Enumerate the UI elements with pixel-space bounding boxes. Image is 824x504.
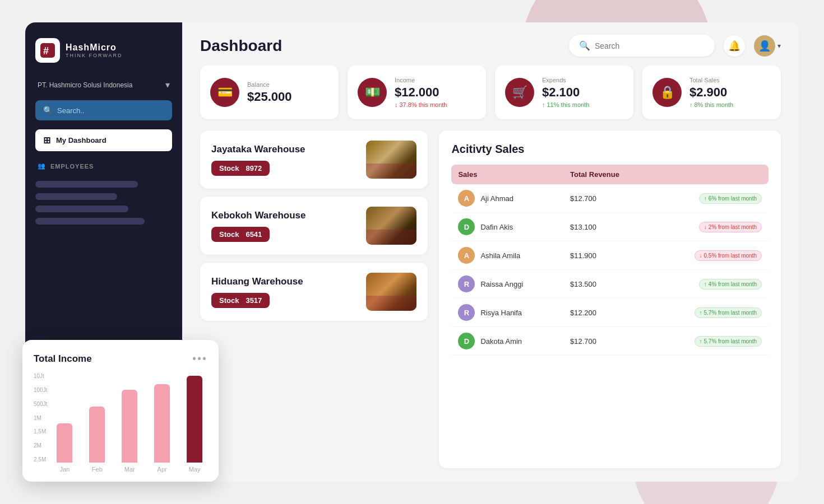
skeleton-bar-4 bbox=[35, 218, 145, 225]
balance-icon: 💳 bbox=[210, 78, 239, 107]
warehouse-card-hiduang: Hiduang Warehouse Stock 3517 bbox=[200, 263, 428, 321]
person-name: Ashila Amila bbox=[480, 251, 520, 260]
change-cell: ↑ 5.7% from last month bbox=[653, 298, 769, 327]
change-cell: ↓ 2% from last month bbox=[653, 213, 769, 241]
y-axis-label: 100Jt bbox=[34, 387, 47, 393]
person-name: Aji Ahmad bbox=[480, 194, 513, 203]
warehouse-img-jayataka bbox=[366, 141, 416, 179]
income-icon: 💵 bbox=[358, 78, 387, 107]
chart-bars bbox=[52, 373, 207, 463]
sidebar-search-input[interactable] bbox=[57, 106, 164, 115]
sidebar-item-my-dashboard[interactable]: ⊞ My Dashboard bbox=[35, 129, 172, 151]
x-axis-label: Mar bbox=[117, 466, 142, 473]
avatar-chevron-icon: ▾ bbox=[777, 42, 781, 50]
warehouse-name-kebokoh: Kebokoh Warehouse bbox=[211, 210, 305, 221]
change-badge: ↑ 5.7% from last month bbox=[695, 336, 762, 347]
sales-person-cell: R Raissa Anggi bbox=[451, 270, 563, 298]
expends-info: Expends $2.100 ↑ 11% this month bbox=[542, 77, 589, 108]
warehouse-img-hiduang bbox=[366, 273, 416, 311]
svg-text:#: # bbox=[43, 45, 49, 57]
up-arrow-icon: ↑ bbox=[542, 101, 545, 108]
sales-table: Sales Total Revenue A Aji Ahmad $12.700 bbox=[451, 165, 769, 356]
logo-icon: # bbox=[35, 38, 60, 63]
chart-bar-group bbox=[117, 390, 142, 463]
stat-card-balance: 💳 Balance $25.000 bbox=[200, 66, 339, 119]
stock-badge-jayataka: Stock 8972 bbox=[211, 161, 270, 176]
down-arrow-icon: ↓ bbox=[704, 224, 707, 230]
skeleton-bar-1 bbox=[35, 181, 138, 188]
change-badge: ↑ 5.7% from last month bbox=[695, 307, 762, 318]
change-cell: ↓ 0.5% from last month bbox=[653, 241, 769, 270]
balance-info: Balance $25.000 bbox=[247, 81, 292, 104]
avatar-image: 👤 bbox=[758, 40, 771, 52]
up-arrow-icon: ↑ bbox=[704, 281, 707, 287]
stats-row: 💳 Balance $25.000 💵 Income $12.000 ↓ 37.… bbox=[200, 66, 781, 119]
chart-bar bbox=[57, 423, 72, 463]
y-axis-label: 1,5M bbox=[34, 428, 47, 435]
warehouse-card-kebokoh: Kebokoh Warehouse Stock 6541 bbox=[200, 197, 428, 255]
chart-bar bbox=[154, 384, 170, 463]
warehouse-list: Jayataka Warehouse Stock 8972 Kebo bbox=[200, 130, 428, 468]
table-row: A Aji Ahmad $12.700 ↑ 6% from last month bbox=[451, 184, 769, 213]
skeleton-bar-3 bbox=[35, 206, 128, 212]
person-avatar: R bbox=[458, 304, 475, 321]
down-arrow-icon: ↓ bbox=[700, 253, 702, 259]
person-avatar: A bbox=[458, 190, 475, 207]
total-sales-info: Total Sales $2.900 ↑ 8% this month bbox=[689, 77, 733, 108]
y-axis-label: 1M bbox=[34, 415, 47, 421]
page-title: Dashboard bbox=[200, 37, 282, 55]
stat-card-income: 💵 Income $12.000 ↓ 37.8% this month bbox=[348, 66, 486, 119]
activity-sales-title: Acitivty Sales bbox=[451, 143, 769, 156]
revenue-cell: $13.500 bbox=[563, 270, 653, 298]
expends-icon: 🛒 bbox=[505, 78, 534, 107]
person-name: Raissa Anggi bbox=[480, 280, 523, 288]
change-cell: ↑ 4% from last month bbox=[653, 270, 769, 298]
notification-button[interactable]: 🔔 bbox=[724, 35, 745, 57]
y-axis-label: 2,5M bbox=[34, 456, 47, 463]
income-value: $12.000 bbox=[395, 85, 447, 100]
warehouse-info-kebokoh: Kebokoh Warehouse Stock 6541 bbox=[211, 210, 305, 242]
chart-title: Total Income bbox=[34, 353, 92, 365]
table-row: R Risya Hanifa $12.200 ↑ 5.7% from last … bbox=[451, 298, 769, 327]
avatar-button[interactable]: 👤 bbox=[754, 35, 775, 57]
chart-options-button[interactable]: ••• bbox=[192, 352, 207, 365]
main-area: Dashboard 🔍 🔔 👤 ▾ bbox=[182, 22, 799, 482]
up-arrow-icon: ↑ bbox=[704, 195, 707, 202]
bell-icon: 🔔 bbox=[728, 40, 740, 52]
dashboard-content: 💳 Balance $25.000 💵 Income $12.000 ↓ 37.… bbox=[182, 66, 799, 482]
header-search-icon: 🔍 bbox=[579, 40, 590, 51]
balance-label: Balance bbox=[247, 81, 292, 88]
sidebar-section-employees: 👥 EMPLOYEES bbox=[35, 160, 172, 170]
expends-value: $2.100 bbox=[542, 85, 589, 100]
x-axis-label: Apr bbox=[149, 466, 175, 473]
chart-bar-group bbox=[182, 376, 207, 463]
dashboard-icon: ⊞ bbox=[43, 135, 50, 146]
chart-bar-group bbox=[149, 384, 175, 463]
chart-bar bbox=[122, 390, 137, 463]
total-sales-icon: 🔒 bbox=[652, 78, 682, 107]
logo-text: HashMicro THINK FORWARD bbox=[66, 43, 123, 58]
chart-bar-group bbox=[84, 407, 110, 463]
sales-person-cell: A Aji Ahmad bbox=[451, 184, 563, 213]
person-avatar: D bbox=[458, 333, 475, 349]
skeleton-bar-2 bbox=[35, 193, 117, 200]
x-axis-label: Jan bbox=[52, 466, 77, 473]
company-selector[interactable]: PT. Hashmicro Solusi Indonesia ▾ bbox=[35, 78, 172, 91]
header-search-input[interactable] bbox=[595, 41, 705, 50]
x-axis-label: May bbox=[182, 466, 207, 473]
col-header-revenue: Total Revenue bbox=[563, 165, 653, 184]
chart-area: 2,5M2M1,5M1M500Jt100Jt10Jt JanFebMarAprM… bbox=[34, 373, 207, 473]
logo: # HashMicro THINK FORWARD bbox=[35, 36, 172, 69]
chart-x-labels: JanFebMarAprMay bbox=[52, 466, 207, 473]
change-badge: ↓ 2% from last month bbox=[699, 222, 762, 232]
income-label: Income bbox=[395, 77, 447, 83]
change-badge: ↑ 6% from last month bbox=[699, 193, 762, 204]
revenue-cell: $11.900 bbox=[563, 241, 653, 270]
header-search-bar: 🔍 bbox=[569, 35, 715, 57]
y-axis-label: 10Jt bbox=[34, 373, 47, 379]
table-row: R Raissa Anggi $13.500 ↑ 4% from last mo… bbox=[451, 270, 769, 298]
person-avatar: D bbox=[458, 218, 475, 235]
chart-card: Total Income ••• 2,5M2M1,5M1M500Jt100Jt1… bbox=[22, 340, 219, 482]
chart-y-axis: 2,5M2M1,5M1M500Jt100Jt10Jt bbox=[34, 373, 52, 463]
change-cell: ↑ 5.7% from last month bbox=[653, 327, 769, 356]
